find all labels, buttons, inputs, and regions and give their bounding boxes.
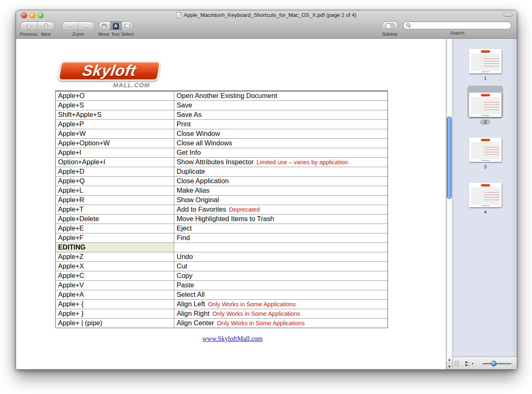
shortcut-action-cell: Paste bbox=[174, 281, 387, 290]
shortcut-action: Select All bbox=[177, 291, 205, 298]
titlebar[interactable]: Apple_Macintosh_Keyboard_Shortcuts_for_M… bbox=[16, 10, 517, 20]
shortcut-table: Apple+OOpen Another Existing DocumentApp… bbox=[55, 91, 388, 328]
thumbnail-size-slider[interactable] bbox=[483, 363, 511, 364]
page-thumbnail-item[interactable]: 2 bbox=[453, 86, 517, 125]
search-field[interactable] bbox=[403, 21, 511, 29]
shortcut-action-cell: Align LeftOnly Works in Some Application… bbox=[174, 300, 387, 309]
search-group: Search bbox=[403, 21, 511, 35]
thumb-link-line bbox=[482, 115, 489, 116]
table-row: Apple+Option+WClose all Windows bbox=[56, 138, 387, 148]
thumbnail-selection-highlight bbox=[467, 86, 503, 119]
shortcut-note: Only Works in Some Applications bbox=[208, 301, 296, 308]
page-thumbnail-item[interactable]: 4 bbox=[453, 183, 517, 214]
toolbar-toggle-lozenge[interactable] bbox=[504, 13, 513, 17]
shortcut-note: Only Works in Some Applications bbox=[217, 320, 305, 326]
document-scrollbar-thumb[interactable] bbox=[447, 117, 452, 199]
table-row: Apple+TAdd to FavoritesDeprecated bbox=[56, 205, 387, 214]
move-tool-button[interactable] bbox=[99, 22, 110, 30]
page-thumbnail-item[interactable]: 3 bbox=[453, 138, 517, 169]
shortcut-key: Apple+X bbox=[56, 262, 174, 271]
table-row: Apple+LMake Alias bbox=[56, 186, 387, 195]
shortcut-action-cell: Print bbox=[174, 120, 387, 129]
shortcut-key: Apple+S bbox=[56, 101, 174, 110]
zoom-out-button[interactable]: − bbox=[62, 22, 78, 30]
table-row: Apple+EEject bbox=[56, 224, 387, 233]
table-row: Apple+VPaste bbox=[56, 280, 387, 290]
shortcut-action: Show Attributes Inspector bbox=[177, 158, 254, 166]
shortcut-action-cell: Get Info bbox=[174, 148, 387, 157]
sidebar-bottom-bar: ▼ bbox=[453, 357, 517, 370]
shortcut-action: Undo bbox=[177, 253, 193, 260]
page-thumbnail[interactable] bbox=[469, 93, 502, 117]
shortcut-key: Apple+ | (pipe) bbox=[56, 319, 174, 328]
preview-window: Apple_Macintosh_Keyboard_Shortcuts_for_M… bbox=[16, 10, 517, 370]
previous-page-button[interactable] bbox=[20, 22, 37, 30]
tool-mode-group: A Move Text Select bbox=[98, 21, 133, 37]
shortcut-key: Option+Apple+I bbox=[56, 158, 174, 167]
select-tool-button[interactable] bbox=[121, 22, 133, 30]
table-row: Option+Apple+IShow Attributes InspectorL… bbox=[56, 157, 387, 167]
thumb-link-line bbox=[482, 205, 489, 206]
shortcut-action: Get Info bbox=[177, 149, 201, 156]
shortcut-action: Make Alias bbox=[177, 187, 210, 194]
table-row: Shift+Apple+SSave As bbox=[56, 110, 387, 119]
splitter-drag-handle[interactable] bbox=[455, 361, 460, 366]
table-row: Apple+ {Align LeftOnly Works in Some App… bbox=[56, 299, 387, 309]
view-options-icon bbox=[465, 361, 470, 366]
previous-arrow-icon bbox=[26, 23, 31, 29]
table-row: Apple+RShow Original bbox=[56, 195, 387, 205]
zoom-in-button[interactable]: + bbox=[78, 22, 94, 30]
table-row: Apple+ | (pipe)Align CenterOnly Works in… bbox=[56, 318, 387, 328]
thumb-logo bbox=[481, 139, 490, 141]
shortcut-key: Apple+I bbox=[56, 148, 174, 157]
thumb-logo bbox=[481, 94, 490, 96]
document-proxy-icon[interactable] bbox=[176, 12, 181, 18]
skyloftmall-link[interactable]: www.SkyloftMall.com bbox=[196, 335, 268, 343]
table-row: Apple+OOpen Another Existing Document bbox=[56, 91, 387, 100]
scroll-up-button[interactable]: ▲ bbox=[446, 357, 453, 363]
shortcut-key: Apple+ { bbox=[56, 300, 174, 309]
next-page-button[interactable] bbox=[37, 22, 54, 30]
shortcut-action: Cut bbox=[177, 262, 187, 270]
thumbnail-selection-highlight bbox=[469, 183, 502, 207]
page-thumbnail[interactable] bbox=[469, 183, 502, 207]
thumbnail-sidebar: 1234 bbox=[453, 39, 517, 357]
shortcut-key: Apple+D bbox=[56, 167, 174, 176]
shortcut-action: Show Original bbox=[177, 196, 219, 203]
sidebar-toggle-group: Sidebar bbox=[381, 21, 399, 37]
thumb-content-lines bbox=[471, 142, 499, 159]
page-thumbnail[interactable] bbox=[469, 138, 502, 162]
move-hand-icon bbox=[101, 23, 107, 29]
chevron-down-icon: ▼ bbox=[471, 362, 474, 365]
shortcut-key: Apple+L bbox=[56, 186, 174, 195]
search-input[interactable] bbox=[412, 22, 511, 29]
shortcut-action: Close all Windows bbox=[177, 139, 232, 147]
table-row: Apple+CCopy bbox=[56, 271, 387, 280]
shortcut-action: Print bbox=[177, 120, 191, 128]
shortcut-key: EDITING bbox=[56, 243, 174, 252]
table-row: Apple+DDuplicate bbox=[56, 167, 387, 176]
shortcut-action: Duplicate bbox=[177, 168, 205, 175]
next-arrow-icon bbox=[44, 23, 49, 29]
shortcut-action-cell: Copy bbox=[174, 271, 387, 280]
shortcut-action-cell: Add to FavoritesDeprecated bbox=[174, 205, 387, 214]
shortcut-action: Copy bbox=[177, 272, 193, 279]
thumbnail-view-options-button[interactable]: ▼ bbox=[465, 360, 477, 367]
text-tool-button[interactable]: A bbox=[110, 22, 121, 30]
table-row: Apple+ASelect All bbox=[56, 290, 387, 299]
slider-knob[interactable] bbox=[491, 361, 497, 366]
shortcut-action: Close Window bbox=[177, 130, 220, 137]
scroll-down-button[interactable]: ▼ bbox=[446, 363, 453, 370]
shortcut-key: Apple+W bbox=[56, 129, 174, 138]
thumb-content-lines bbox=[471, 54, 499, 71]
thumb-content-lines bbox=[471, 188, 499, 205]
shortcut-action-cell: Find bbox=[174, 233, 387, 242]
page-thumbnail-item[interactable]: 1 bbox=[453, 49, 517, 81]
table-row: Apple+ }Align RightOnly Works in Some Ap… bbox=[56, 309, 387, 318]
page-thumbnail[interactable] bbox=[469, 49, 502, 73]
shortcut-action-cell: Eject bbox=[174, 224, 387, 233]
sidebar-toggle-button[interactable] bbox=[381, 21, 399, 30]
zoom-label: Zoom bbox=[62, 32, 95, 37]
shortcut-key: Apple+A bbox=[56, 290, 174, 299]
window-resize-grip[interactable] bbox=[511, 364, 517, 369]
